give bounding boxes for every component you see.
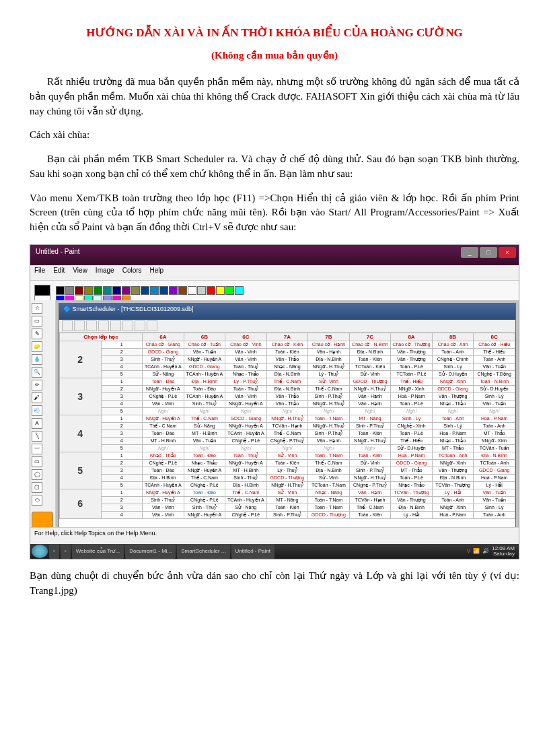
menu-image[interactable]: Image: [96, 267, 114, 279]
tool-button[interactable]: ✏: [32, 380, 42, 390]
schedule-cell: Toán - Đào: [184, 489, 225, 496]
schedule-cell: Văn - Thảo: [266, 400, 308, 407]
color-swatch[interactable]: [84, 286, 93, 295]
color-swatch[interactable]: [178, 286, 187, 295]
tool-button[interactable]: ╲: [32, 431, 42, 442]
color-swatch[interactable]: [75, 286, 83, 295]
schedule-cell: Sinh - P.Thuỷ: [308, 392, 350, 400]
schedule-cell: TCToán - Anh: [432, 452, 474, 459]
schedule-cell: Sinh - P.Thuỷ: [266, 511, 308, 518]
tool-button[interactable]: ✎: [32, 329, 42, 339]
schedule-cell: Toán - Kiên: [266, 459, 308, 467]
tool-button[interactable]: ▭: [32, 316, 42, 327]
day-number: 2: [60, 341, 102, 378]
color-swatch[interactable]: [94, 286, 102, 295]
color-swatch[interactable]: [122, 286, 131, 295]
toolbar-icon[interactable]: [98, 320, 109, 331]
schedule-cell: Văn - Tuấn: [184, 437, 225, 444]
class-header: 7A: [266, 333, 308, 341]
schedule-cell: 3: [101, 429, 143, 437]
toolbar-icon[interactable]: [122, 320, 133, 331]
menu-help[interactable]: Help: [150, 267, 164, 279]
tool-button[interactable]: ⬭: [32, 495, 42, 506]
schedule-cell: NNgữ - H.Thuỷ: [308, 422, 350, 429]
schedule-cell: Văn - Vinh: [225, 392, 267, 400]
taskbar-button[interactable]: Website của Trư...: [72, 544, 124, 559]
toolbar-icon[interactable]: [74, 320, 85, 331]
tool-button[interactable]: ☆: [32, 303, 42, 314]
taskbar-button[interactable]: ▫: [49, 544, 59, 559]
class-header: 6C: [225, 333, 267, 341]
paint-statusbar: For Help, click Help Topics on the Help …: [30, 527, 519, 544]
class-header: 8B: [432, 333, 474, 341]
color-swatch[interactable]: [225, 286, 234, 295]
schedule-cell: 5: [101, 481, 143, 489]
toolbar-icon[interactable]: [62, 320, 73, 331]
schedule-cell: Toán - Kiên: [349, 429, 391, 437]
paint-titlebar[interactable]: Untitled - Paint _ □ ×: [30, 245, 519, 265]
start-button[interactable]: [32, 545, 48, 558]
minimize-button[interactable]: _: [461, 247, 478, 258]
schedule-cell: MT - Thảo: [432, 444, 474, 452]
schedule-cell: MT - Năng: [266, 496, 308, 504]
schedule-cell: Địa - N.Bình: [308, 467, 350, 474]
schedule-cell: NNgữ - H.Thuỷ: [349, 385, 391, 392]
color-swatch[interactable]: [169, 286, 178, 295]
taskbar-button[interactable]: SmartScheduler ...: [177, 544, 229, 559]
toolbar-icon[interactable]: [147, 320, 157, 331]
schedule-cell: TCAnh - Huyền A: [143, 481, 184, 489]
tool-button[interactable]: 💨: [32, 405, 42, 416]
maximize-button[interactable]: □: [480, 247, 497, 258]
schedule-cell: Thể - Hiếu: [391, 378, 433, 385]
schedule-cell: Văn - Hạnh: [349, 400, 391, 407]
toolbar-icon[interactable]: [86, 320, 97, 331]
color-swatch[interactable]: [235, 286, 244, 295]
tool-button[interactable]: 🧽: [32, 341, 42, 352]
color-swatch[interactable]: [207, 286, 215, 295]
menu-edit[interactable]: Edit: [53, 267, 65, 279]
tool-button[interactable]: A: [32, 418, 42, 429]
color-swatch[interactable]: [112, 286, 121, 295]
color-swatch[interactable]: [141, 286, 149, 295]
color-swatch[interactable]: [188, 286, 196, 295]
toolbar-icon[interactable]: [110, 320, 121, 331]
tool-button[interactable]: 〰: [32, 444, 42, 454]
taskbar-button[interactable]: Document1 - Mi...: [125, 544, 176, 559]
schedule-cell: Lý - Thuỷ: [308, 370, 350, 378]
schedule-cell: MT - Năng: [349, 415, 391, 422]
tool-button[interactable]: 💧: [32, 354, 42, 365]
menu-colors[interactable]: Colors: [122, 267, 142, 279]
color-swatch[interactable]: [131, 286, 140, 295]
schedule-cell: Thể - C.Nam: [266, 429, 308, 437]
color-swatch[interactable]: [56, 286, 65, 295]
schedule-cell: Thể - C.Nam: [308, 459, 350, 467]
schedule-cell: NNgữ - Huyền A: [143, 385, 184, 392]
taskbar-button[interactable]: Untitled - Paint: [231, 544, 274, 559]
close-button[interactable]: ×: [499, 247, 516, 258]
tool-button[interactable]: ▢: [32, 482, 42, 493]
toolbar-icon[interactable]: [135, 320, 145, 331]
schedule-cell: Lý - Hải: [474, 481, 515, 489]
schedule-cell: 2: [101, 348, 143, 355]
schedule-cell: Toán - T.Nam: [308, 496, 350, 504]
schedule-cell: CNghệ - T.Đồng: [474, 370, 515, 378]
tool-button[interactable]: 🔍: [32, 367, 42, 378]
taskbar-button[interactable]: ▫: [61, 544, 71, 559]
menu-view[interactable]: View: [73, 267, 87, 279]
color-swatch[interactable]: [197, 286, 206, 295]
schedule-cell: Địa - H.Bình: [225, 481, 267, 489]
menu-file[interactable]: File: [34, 267, 45, 279]
color-swatch[interactable]: [65, 286, 74, 295]
tool-button[interactable]: ▭: [32, 456, 42, 467]
color-swatch[interactable]: [159, 286, 168, 295]
schedule-cell: 1: [101, 378, 143, 385]
schedule-cell: TCAnh - Huyền A: [225, 429, 267, 437]
tool-button[interactable]: 🖌: [32, 392, 42, 403]
system-tray[interactable]: V 📶🔊 12:08 AM Saturday: [467, 546, 517, 557]
tool-button[interactable]: ◯: [32, 469, 42, 480]
schedule-cell: Thể - C.Nam: [308, 385, 350, 392]
paint-canvas[interactable]: 🔷 SmartScheduler - [THCSDLOI31012009.sdb…: [56, 300, 519, 548]
color-swatch[interactable]: [103, 286, 112, 295]
color-swatch[interactable]: [216, 286, 225, 295]
color-swatch[interactable]: [150, 286, 159, 295]
